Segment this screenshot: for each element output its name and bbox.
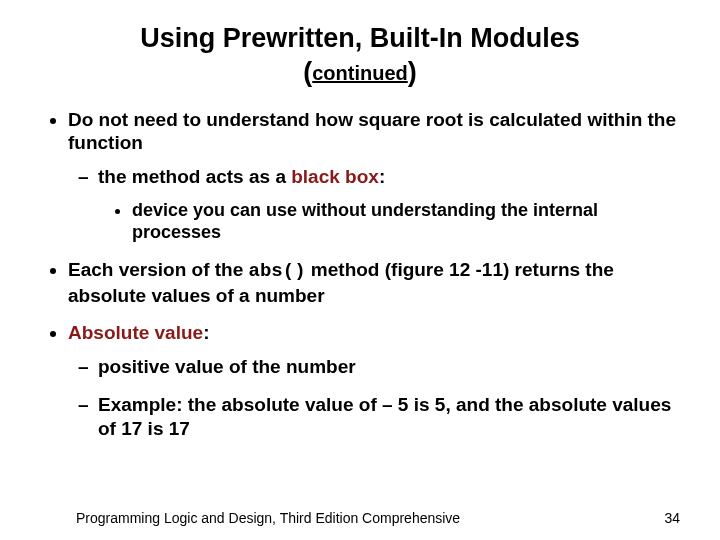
b1s1-post: : [379,166,385,187]
b1s1d1: device you can use without understanding… [132,199,680,244]
slide: Using Prewritten, Built-In Modules (cont… [0,0,720,540]
bullet-1-text: Do not need to understand how square roo… [68,109,676,154]
title-sub-wrap: (continued) [303,57,417,87]
title-line1: Using Prewritten, Built-In Modules [140,23,580,53]
bullet-3: Absolute value: positive value of the nu… [68,321,680,440]
bullet-1-sub-1: the method acts as a black box: device y… [98,165,680,244]
bullet-2: Each version of the abs() method (figure… [68,258,680,308]
footer-text: Programming Logic and Design, Third Edit… [76,510,460,526]
b1s1-pre: the method acts as a [98,166,291,187]
bullet-3-sub: positive value of the number Example: th… [68,355,680,440]
b2-code: abs() [249,260,306,282]
bullet-1-sub-1-detail: device you can use without understanding… [98,199,680,244]
bullet-1-sub: the method acts as a black box: device y… [68,165,680,244]
title-sub: continued [312,62,408,84]
bullet-list: Do not need to understand how square roo… [40,108,680,441]
b3-post: : [203,322,209,343]
paren-close: ) [408,57,417,87]
bullet-1: Do not need to understand how square roo… [68,108,680,244]
paren-open: ( [303,57,312,87]
page-number: 34 [664,510,680,526]
slide-title: Using Prewritten, Built-In Modules (cont… [40,22,680,90]
b1s1-kw: black box [291,166,379,187]
b3-kw: Absolute value [68,322,203,343]
b2-pre: Each version of the [68,259,249,280]
b3s1: positive value of the number [98,355,680,379]
footer: Programming Logic and Design, Third Edit… [76,510,680,526]
b3s2: Example: the absolute value of – 5 is 5,… [98,393,680,441]
